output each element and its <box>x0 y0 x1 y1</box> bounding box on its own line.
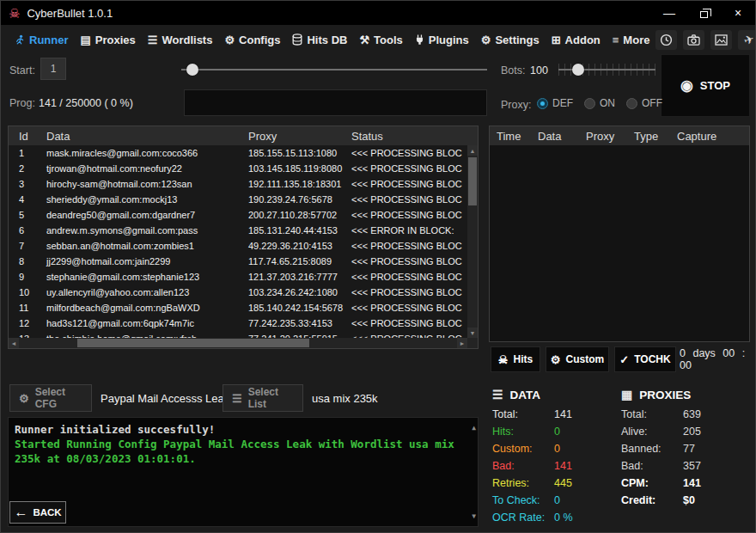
stat-value: 639 <box>683 408 701 420</box>
table-row[interactable]: 2tjrowan@hotmail.com:neofury22103.145.18… <box>9 161 467 176</box>
minimize-button[interactable]: — <box>652 1 686 25</box>
scrollbar-thumb[interactable] <box>77 339 309 347</box>
results-col-header-status[interactable]: Status <box>350 126 478 145</box>
table-row[interactable]: 3hirochy-sam@hotmail.com:123san192.111.1… <box>9 176 467 192</box>
gallery-button[interactable] <box>710 30 732 50</box>
history-button[interactable] <box>655 30 677 50</box>
cell-status: <<< PROCESSING BLOC <box>350 241 467 251</box>
log-scroll-up-icon[interactable]: ▲ <box>472 420 476 435</box>
cell-data: stephanie@gmail.com:stephanie123 <box>40 272 247 282</box>
select-list-button[interactable]: ☰ Select List <box>223 384 303 412</box>
selected-config-name: Paypal Mail Accesss Leak <box>101 384 229 412</box>
log-scroll-down-icon[interactable]: ▼ <box>472 509 476 524</box>
table-row[interactable]: 5deandreg50@gmail.com:dgardner7200.27.11… <box>9 207 467 223</box>
cell-proxy: 185.155.15.113:1080 <box>247 148 350 158</box>
results-horizontal-scrollbar[interactable]: ◄ ► <box>9 338 467 348</box>
cell-status: <<< PROCESSING BLOC <box>350 287 467 297</box>
app-logo-icon: ☠ <box>9 7 20 20</box>
cell-data: hirochy-sam@hotmail.com:123san <box>40 179 247 189</box>
table-row[interactable]: 8jj2299@hotmail.com:jain2299117.74.65.21… <box>9 254 467 269</box>
nav-item-configs[interactable]: ⚙Configs <box>218 34 286 46</box>
slider-thumb[interactable] <box>186 64 198 76</box>
table-row[interactable]: 10uy.allencyril@yahoo.com:allen123103.23… <box>9 285 467 300</box>
slider-thumb[interactable] <box>572 64 584 76</box>
results-col-header-proxy[interactable]: Proxy <box>247 126 350 145</box>
results-vertical-scrollbar[interactable]: ▲ ▼ <box>467 145 478 338</box>
table-row[interactable]: 13the.chimbie.home@gmail.com:vfrch77.241… <box>9 331 467 338</box>
hits-col-header-time[interactable]: Time <box>490 126 534 145</box>
bots-slider[interactable] <box>558 63 655 77</box>
proxy-option-def[interactable]: DEF <box>537 97 573 109</box>
nav-item-settings[interactable]: ⚙Settings <box>475 34 546 46</box>
proxy-option-off[interactable]: OFF <box>626 97 662 109</box>
table-row[interactable]: 7sebban.an@hotmail.com:zombies149.229.36… <box>9 238 467 254</box>
scroll-left-icon[interactable]: ◄ <box>9 338 19 348</box>
stop-button[interactable]: ◉ STOP <box>661 54 750 117</box>
tochk-button[interactable]: ✓ TOCHK <box>614 346 676 372</box>
select-cfg-button[interactable]: ⚙ Select CFG <box>9 384 92 412</box>
stat-label: Retries: <box>492 477 554 489</box>
nav-item-label: Configs <box>239 34 280 46</box>
nav-item-proxies[interactable]: ▤Proxies <box>75 34 142 46</box>
hitsdb-icon <box>292 34 302 46</box>
proxies-stats-title: PROXIES <box>639 389 691 401</box>
cell-status: <<< PROCESSING BLOC <box>350 194 467 205</box>
select-list-label: Select List <box>248 386 294 410</box>
hits-button[interactable]: ☠ Hits <box>491 346 540 372</box>
custom-button-label: Custom <box>565 353 604 365</box>
runner-icon <box>14 34 25 46</box>
table-row[interactable]: 4sherieddy@ymail.com:mockj13190.239.24.7… <box>9 192 467 207</box>
check-icon: ✓ <box>619 354 629 365</box>
scroll-right-icon[interactable]: ► <box>457 338 467 348</box>
stat-value: 205 <box>683 426 701 438</box>
table-row[interactable]: 9stephanie@gmail.com:stephanie123121.37.… <box>9 269 467 285</box>
results-col-header-id[interactable]: Id <box>9 126 40 145</box>
nav-item-wordlists[interactable]: ☰Wordlists <box>142 34 219 46</box>
table-row[interactable]: 12had3s121@gmail.com:6qpk74m7ic77.242.23… <box>9 316 467 331</box>
hits-col-header-proxy[interactable]: Proxy <box>582 126 631 145</box>
select-cfg-label: Select CFG <box>35 386 82 410</box>
nav-item-addon[interactable]: ⊞Addon <box>546 34 607 46</box>
cell-id: 1 <box>9 148 40 158</box>
table-row[interactable]: 6andrew.m.symons@gmail.com:pass185.131.2… <box>9 223 467 238</box>
maximize-button[interactable] <box>686 1 721 25</box>
selected-wordlist-name: usa mix 235k <box>312 384 378 412</box>
start-input[interactable] <box>40 58 66 80</box>
start-slider[interactable] <box>181 63 487 77</box>
scrollbar-thumb[interactable] <box>468 157 477 205</box>
scroll-down-icon[interactable]: ▼ <box>467 328 478 338</box>
hits-col-header-data[interactable]: Data <box>534 126 582 145</box>
cell-status: <<< PROCESSING BLOC <box>350 318 467 328</box>
cell-id: 6 <box>9 225 40 236</box>
cell-proxy: 103.145.185.119:8080 <box>247 163 350 174</box>
cell-status: <<< PROCESSING BLOC <box>350 256 467 266</box>
gallery-icon <box>715 34 728 46</box>
camera-button[interactable] <box>683 30 704 50</box>
log-line: Started Running Config Paypal Mail Acces… <box>15 437 464 466</box>
back-button[interactable]: ← BACK <box>9 501 66 524</box>
data-stats-icon: ☰ <box>492 389 503 401</box>
nav-item-hits-db[interactable]: Hits DB <box>286 34 353 46</box>
bots-value[interactable]: 100 <box>530 64 548 77</box>
nav-item-more[interactable]: ≡More <box>607 34 656 46</box>
cell-id: 10 <box>9 287 40 297</box>
cell-status: <<< PROCESSING BLOC <box>350 272 467 282</box>
nav-items: Runner▤Proxies☰Wordlists⚙ConfigsHits DB⚒… <box>8 34 655 46</box>
cell-id: 9 <box>9 272 40 282</box>
scroll-up-icon[interactable]: ▲ <box>467 145 478 156</box>
send-button[interactable]: ✈ <box>738 30 756 50</box>
results-table-body: 1mask.miracles@gmail.com:coco366185.155.… <box>9 145 467 338</box>
table-row[interactable]: 1mask.miracles@gmail.com:coco366185.155.… <box>9 145 467 161</box>
close-button[interactable]: × <box>721 1 755 25</box>
nav-item-tools[interactable]: ⚒Tools <box>353 34 408 46</box>
hits-col-header-type[interactable]: Type <box>631 126 674 145</box>
slider-track <box>181 69 487 70</box>
cell-status: <<< PROCESSING BLOC <box>350 210 467 220</box>
results-col-header-data[interactable]: Data <box>40 126 247 145</box>
proxy-option-on[interactable]: ON <box>584 97 615 109</box>
custom-button[interactable]: ⚙ Custom <box>546 346 609 372</box>
nav-item-runner[interactable]: Runner <box>8 34 75 46</box>
nav-item-plugins[interactable]: Plugins <box>409 34 475 46</box>
hits-col-header-capture[interactable]: Capture <box>674 126 749 145</box>
table-row[interactable]: 11milfordbeach@gmail.com:ngBaWXD185.140.… <box>9 300 467 316</box>
